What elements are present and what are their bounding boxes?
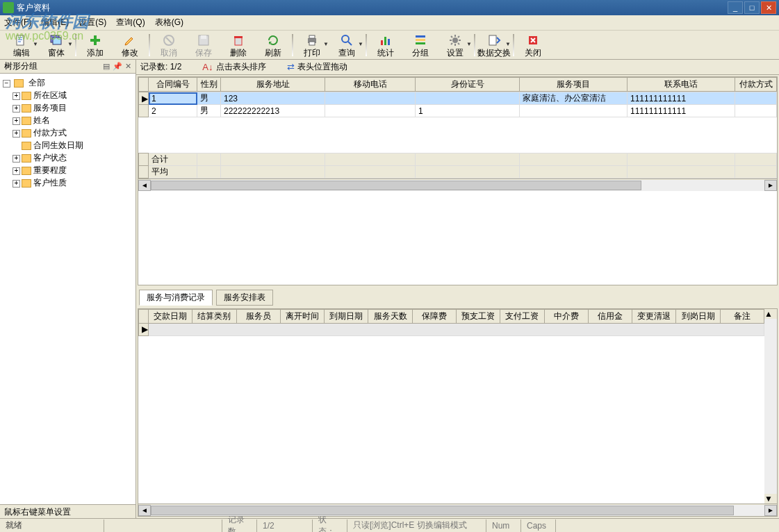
column-header[interactable]: 服务员 (236, 309, 280, 323)
cell[interactable] (520, 105, 628, 117)
tree-expand-icon[interactable]: + (13, 155, 20, 163)
tree-expand-icon[interactable]: − (3, 80, 10, 88)
tool-modify[interactable]: 修改 (113, 31, 147, 59)
column-header[interactable]: 支付工资 (500, 309, 544, 323)
column-header[interactable]: 性别 (197, 78, 221, 92)
cell[interactable]: 1 (416, 105, 520, 117)
column-header[interactable]: 信用金 (588, 309, 632, 323)
tree-expand-icon[interactable]: + (13, 167, 20, 175)
cell[interactable]: 123 (221, 92, 325, 105)
sub-grid-hscroll[interactable]: ◄ ► (138, 504, 777, 516)
sidebar-pin-icon[interactable]: 📌 (113, 62, 122, 71)
sidebar-close-icon[interactable]: ✕ (125, 62, 131, 71)
svg-point-20 (452, 38, 458, 43)
scroll-left-icon[interactable]: ◄ (138, 505, 151, 516)
cell[interactable] (325, 92, 416, 105)
cell[interactable] (416, 92, 520, 105)
sidebar-list-icon[interactable]: ▤ (103, 62, 110, 71)
cell[interactable] (735, 92, 777, 105)
column-header[interactable]: 服务天数 (368, 309, 412, 323)
column-header[interactable]: 到岗日期 (676, 309, 720, 323)
tab-service-schedule[interactable]: 服务安排表 (216, 290, 273, 306)
cell[interactable]: 男 (197, 105, 221, 117)
tool-query[interactable]: 查询▼ (329, 31, 364, 59)
tool-print[interactable]: 打印▼ (295, 31, 329, 59)
column-header[interactable]: 变更清退 (632, 309, 676, 323)
column-header[interactable]: 中介费 (544, 309, 588, 323)
column-header[interactable]: 保障费 (412, 309, 456, 323)
tool-refresh[interactable]: 刷新 (256, 31, 290, 59)
scroll-right-icon[interactable]: ► (764, 505, 777, 516)
menu-query[interactable]: 查询(Q) (116, 17, 145, 28)
close-button[interactable]: ✕ (761, 1, 776, 14)
cell[interactable]: 男 (197, 92, 221, 105)
tool-config-label: 设置 (447, 49, 464, 57)
tool-delete[interactable]: 删除 (221, 31, 256, 59)
table-row[interactable]: ▶ (139, 323, 764, 335)
cell[interactable]: 1 (149, 92, 197, 105)
main-grid-hscroll[interactable]: ◄ ► (138, 178, 777, 191)
cell[interactable]: 111111111111 (628, 92, 735, 105)
cell[interactable]: 111111111111 (628, 105, 735, 117)
tool-stats[interactable]: 统计 (368, 31, 403, 59)
cell[interactable]: 家庭清洁、办公室清洁 (520, 92, 628, 105)
column-header[interactable]: 预支工资 (456, 309, 500, 323)
column-header[interactable]: 合同编号 (149, 78, 197, 92)
column-header[interactable]: 到期日期 (325, 309, 368, 323)
scroll-right-icon[interactable]: ► (764, 180, 777, 191)
tree-view[interactable]: − 全部 +所在区域+服务项目+姓名+付款方式合同生效日期+客户状态+重要程度+… (0, 74, 136, 504)
column-header[interactable]: 交款日期 (149, 309, 192, 323)
column-header[interactable]: 离开时间 (280, 309, 324, 323)
tree-expand-icon[interactable]: + (13, 92, 20, 100)
column-header[interactable]: 服务地址 (221, 78, 325, 92)
tool-exchange[interactable]: 数据交换▼ (477, 31, 511, 59)
tree-item[interactable]: 服务项目 (33, 103, 67, 113)
menu-grid[interactable]: 表格(G) (155, 17, 183, 28)
tree-expand-icon[interactable]: + (13, 130, 20, 138)
column-header[interactable]: 移动电话 (325, 78, 416, 92)
cell[interactable]: 222222222213 (221, 105, 325, 117)
scroll-up-icon[interactable]: ▲ (764, 309, 777, 319)
menu-file[interactable]: 文件(F) (4, 17, 31, 28)
scroll-down-icon[interactable]: ▼ (764, 494, 777, 504)
column-header[interactable]: 服务项目 (520, 78, 628, 92)
column-header[interactable]: 结算类别 (192, 309, 236, 323)
tree-root[interactable]: 全部 (28, 78, 45, 88)
tree-item[interactable]: 合同生效日期 (33, 140, 83, 150)
main-grid-body[interactable]: ▶1男123家庭清洁、办公室清洁1111111111112男2222222222… (138, 92, 777, 117)
tool-save[interactable]: 保存 (186, 31, 221, 59)
tree-item[interactable]: 客户状态 (33, 153, 67, 163)
tool-add[interactable]: 添加 (78, 31, 113, 59)
column-header[interactable]: 付款方式 (735, 78, 777, 92)
tool-cancel[interactable]: 取消 (151, 31, 186, 59)
sidebar-footer[interactable]: 鼠标右键菜单设置 (0, 504, 136, 518)
tree-item[interactable]: 姓名 (33, 115, 50, 125)
tree-item[interactable]: 所在区域 (33, 90, 67, 100)
tree-expand-icon[interactable]: + (13, 117, 20, 125)
menu-edit[interactable]: 编辑(E) (41, 17, 69, 28)
tool-group[interactable]: 分组 (403, 31, 438, 59)
column-header[interactable]: 备注 (720, 309, 764, 323)
tree-item[interactable]: 客户性质 (33, 178, 67, 188)
cell[interactable] (325, 105, 416, 117)
cell[interactable] (735, 105, 777, 117)
tool-window[interactable]: 窗体▼ (39, 31, 74, 59)
tree-expand-icon[interactable]: + (13, 180, 20, 188)
maximize-button[interactable]: □ (744, 1, 760, 14)
column-header[interactable]: 联系电话 (628, 78, 735, 92)
tool-edit[interactable]: 编辑▼ (4, 31, 39, 59)
table-row[interactable]: ▶1男123家庭清洁、办公室清洁111111111111 (139, 92, 777, 105)
tool-close[interactable]: 关闭 (516, 31, 550, 59)
minimize-button[interactable]: _ (728, 1, 743, 14)
column-header[interactable]: 身份证号 (416, 78, 520, 92)
tree-item[interactable]: 付款方式 (33, 128, 67, 138)
menu-settings[interactable]: 设置(S) (79, 17, 106, 28)
sub-grid-vscroll[interactable]: ▲ ▼ (764, 309, 777, 504)
scroll-left-icon[interactable]: ◄ (138, 180, 151, 191)
tree-item[interactable]: 重要程度 (33, 165, 67, 175)
tool-config[interactable]: 设置▼ (438, 31, 473, 59)
tree-expand-icon[interactable]: + (13, 105, 20, 113)
cell[interactable]: 2 (149, 105, 197, 117)
tab-service-records[interactable]: 服务与消费记录 (139, 290, 213, 306)
table-row[interactable]: 2男2222222222131111111111111 (139, 105, 777, 117)
